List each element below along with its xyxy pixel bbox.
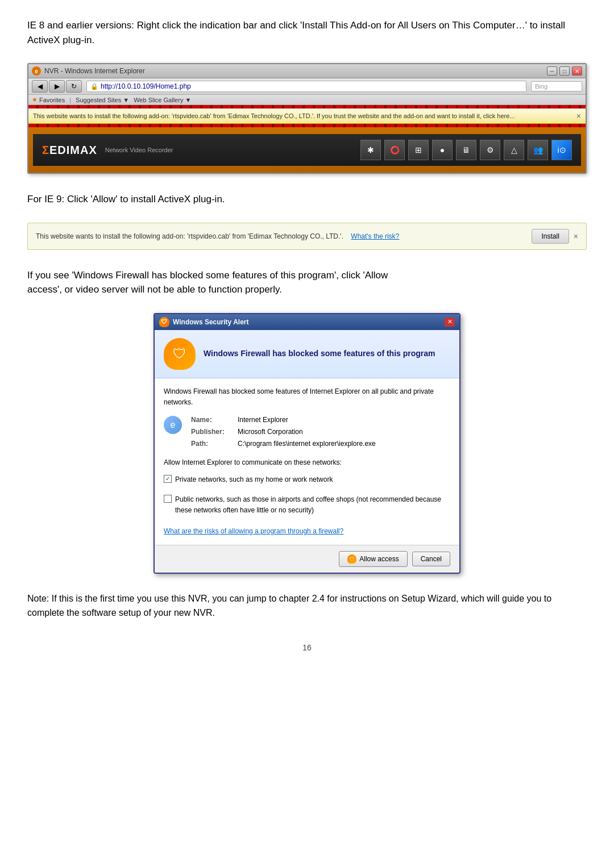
page-number: 16: [27, 643, 587, 652]
address-bar[interactable]: 🔒 http://10.0.10.109/Home1.php: [86, 81, 526, 92]
allow-access-label: Allow access: [359, 555, 399, 563]
maximize-button[interactable]: □: [559, 66, 570, 76]
nvr-icon-gear[interactable]: ⚙: [480, 140, 500, 160]
edimax-subtitle: Network Video Recorder: [105, 147, 173, 153]
search-box[interactable]: Bing: [531, 81, 582, 91]
public-network-checkbox[interactable]: [164, 495, 172, 503]
intro-paragraph: IE 8 and earlier versions: Right click t…: [27, 18, 587, 47]
ie9-risk-link[interactable]: What's the risk?: [351, 232, 399, 240]
ie9-install-button[interactable]: Install: [532, 229, 569, 244]
star-icon: ★: [32, 96, 38, 103]
note-paragraph: Note: If this is the first time you use …: [27, 592, 587, 620]
dialog-body: Windows Firewall has blocked some featur…: [155, 378, 459, 545]
browser-title-text: NVR - Windows Internet Explorer: [44, 67, 145, 75]
ie9-notification-bar: This website wants to install the follow…: [27, 223, 587, 250]
allow-networks-label: Allow Internet Explorer to communicate o…: [164, 457, 450, 468]
ie-icon: e: [32, 66, 41, 76]
address-icon: 🔒: [90, 83, 98, 90]
name-label: Name:: [191, 415, 237, 425]
browser-title-left: e NVR - Windows Internet Explorer: [32, 66, 145, 76]
ie8-browser-screenshot: e NVR - Windows Internet Explorer ─ □ ✕ …: [27, 63, 587, 174]
ie9-close-button[interactable]: ×: [574, 232, 578, 241]
edimax-banner: ΣEDIMAX Network Video Recorder ✱ ⭕ ⊞ ● 🖥…: [33, 134, 581, 166]
shield-icon: 🛡: [159, 317, 169, 327]
address-text: http://10.0.10.109/Home1.php: [101, 82, 191, 90]
suggested-sites[interactable]: Suggested Sites ▼: [76, 97, 129, 103]
edimax-logo: ΣEDIMAX: [42, 144, 97, 157]
minimize-button[interactable]: ─: [547, 66, 557, 76]
nvr-icon-bell[interactable]: △: [504, 140, 524, 160]
windows-security-dialog: 🛡 Windows Security Alert ✕ 🛡 Windows Fir…: [154, 313, 460, 574]
toolbar-right: Bing: [531, 81, 582, 91]
ie9-bar-text: This website wants to install the follow…: [36, 232, 525, 240]
ie9-heading: For IE 9: Click 'Allow' to install Activ…: [27, 192, 587, 207]
path-value: C:\program files\internet explorer\iexpl…: [238, 439, 376, 449]
ie-notification-text: This website wants to install the follow…: [33, 112, 572, 119]
dialog-wrapper: 🛡 Windows Security Alert ✕ 🛡 Windows Fir…: [27, 313, 587, 574]
firewall-risk-link[interactable]: What are the risks of allowing a program…: [164, 527, 343, 535]
browser-content-area: ΣEDIMAX Network Video Recorder ✱ ⭕ ⊞ ● 🖥…: [28, 127, 586, 173]
private-network-label: Private networks, such as my home or wor…: [175, 474, 333, 485]
publisher-value: Microsoft Corporation: [238, 427, 376, 437]
close-button[interactable]: ✕: [572, 66, 582, 76]
dialog-title-left: 🛡 Windows Security Alert: [159, 317, 248, 327]
dialog-titlebar: 🛡 Windows Security Alert ✕: [155, 314, 459, 330]
nvr-icon-info[interactable]: i⊙: [551, 140, 572, 160]
cancel-button[interactable]: Cancel: [412, 552, 450, 566]
private-network-row: ✓ Private networks, such as my home or w…: [164, 474, 450, 485]
ie-notification-close-button[interactable]: ×: [576, 111, 581, 120]
dialog-header-text: Windows Firewall has blocked some featur…: [204, 348, 435, 360]
forward-button[interactable]: ▶: [49, 80, 65, 93]
firewall-large-icon: 🛡: [164, 338, 196, 370]
public-network-label: Public networks, such as those in airpor…: [175, 494, 450, 516]
allow-access-button[interactable]: 🛡 Allow access: [339, 551, 407, 567]
name-value: Internet Explorer: [238, 415, 376, 425]
nvr-icon-dot[interactable]: ●: [432, 140, 453, 160]
path-label: Path:: [191, 439, 237, 449]
dialog-close-button[interactable]: ✕: [445, 318, 455, 327]
web-slice[interactable]: Web Slice Gallery ▼: [134, 97, 191, 103]
browser-toolbar: ◀ ▶ ↻ 🔒 http://10.0.10.109/Home1.php Bin…: [28, 78, 586, 95]
dialog-title-text: Windows Security Alert: [173, 318, 248, 326]
back-button[interactable]: ◀: [32, 80, 48, 93]
favorites-label: ★ Favorites: [32, 96, 65, 103]
nvr-icon-grid[interactable]: ⊞: [408, 140, 429, 160]
dialog-footer: 🛡 Allow access Cancel: [155, 545, 459, 573]
ie-app-icon: e: [164, 416, 182, 434]
firewall-heading: If you see 'Windows Firewall has blocked…: [27, 268, 587, 297]
publisher-label: Publisher:: [191, 427, 237, 437]
nav-buttons[interactable]: ◀ ▶ ↻: [32, 80, 82, 93]
dialog-body-intro: Windows Firewall has blocked some featur…: [164, 386, 450, 408]
favorites-bar: ★ Favorites | Suggested Sites ▼ Web Slic…: [28, 95, 586, 105]
nvr-icon-asterisk[interactable]: ✱: [360, 140, 381, 160]
public-network-row: Public networks, such as those in airpor…: [164, 494, 450, 516]
refresh-button[interactable]: ↻: [66, 80, 82, 93]
window-controls[interactable]: ─ □ ✕: [547, 66, 582, 76]
detail-table: Name: Internet Explorer Publisher: Micro…: [190, 414, 377, 451]
ie-notification-bar: This website wants to install the follow…: [28, 108, 586, 124]
nvr-icon-users[interactable]: 👥: [528, 140, 548, 160]
nvr-toolbar-icons: ✱ ⭕ ⊞ ● 🖥 ⚙ △ 👥 i⊙: [360, 140, 572, 160]
allow-icon: 🛡: [347, 554, 356, 564]
nvr-icon-monitor[interactable]: 🖥: [456, 140, 476, 160]
dialog-header: 🛡 Windows Firewall has blocked some feat…: [155, 330, 459, 378]
nvr-icon-circle[interactable]: ⭕: [384, 140, 405, 160]
browser-titlebar: e NVR - Windows Internet Explorer ─ □ ✕: [28, 64, 586, 78]
private-network-checkbox[interactable]: ✓: [164, 475, 172, 483]
